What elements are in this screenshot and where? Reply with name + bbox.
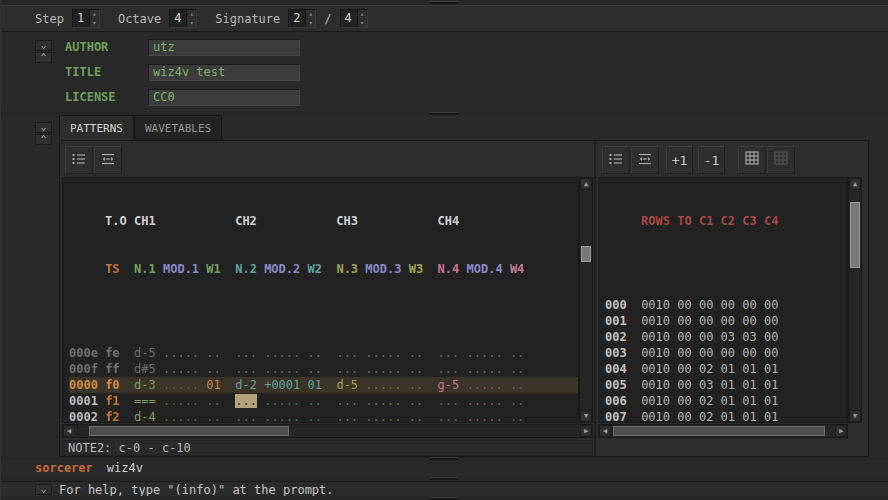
row-number[interactable]: 002 <box>605 330 627 344</box>
pattern-cell[interactable]: .. <box>409 346 423 360</box>
pattern-cell[interactable]: .. <box>510 362 524 376</box>
sequence-add-row-button[interactable]: +1 <box>666 146 693 174</box>
pattern-cell[interactable]: ... <box>438 362 460 376</box>
sequence-cells[interactable]: 0010 00 00 00 00 00 <box>641 314 778 328</box>
pattern-cell[interactable]: ..... <box>365 394 401 408</box>
pattern-vscrollbar[interactable]: ▲ ▼ <box>579 177 593 423</box>
row-number[interactable]: 000e <box>69 346 98 360</box>
pattern-cell[interactable]: .. <box>308 394 322 408</box>
pattern-cell[interactable]: ..... <box>467 410 503 423</box>
pattern-cell[interactable]: ..... <box>163 362 199 376</box>
pattern-cell[interactable]: ..... <box>264 346 300 360</box>
scroll-up-icon[interactable]: ▲ <box>849 178 861 190</box>
spinner-down-icon[interactable]: ▾ <box>90 19 99 28</box>
sequence-cells[interactable]: 0010 00 00 03 03 00 <box>641 330 778 344</box>
pattern-cell[interactable]: f2 <box>105 410 119 423</box>
scroll-left-icon[interactable]: ◀ <box>63 425 75 437</box>
row-number[interactable]: 000 <box>605 298 627 312</box>
spinner-up-icon[interactable]: ▴ <box>306 10 315 19</box>
spinner-down-icon[interactable]: ▾ <box>187 19 196 28</box>
pattern-cell[interactable]: ... <box>235 394 257 408</box>
sequence-row[interactable]: 001 0010 00 00 00 00 00 <box>605 313 847 329</box>
pattern-cell[interactable]: d-3 <box>134 378 156 392</box>
pattern-cell[interactable]: .. <box>308 410 322 423</box>
sash-grip[interactable] <box>430 1 458 4</box>
pattern-cell[interactable]: ..... <box>264 410 300 423</box>
pattern-cell[interactable]: ..... <box>264 362 300 376</box>
sequence-vscrollbar[interactable]: ▲ ▼ <box>848 177 862 423</box>
pattern-cell[interactable]: ff <box>105 362 119 376</box>
console-panel[interactable]: ⌄ For help, type "(info)" at the prompt. <box>1 481 888 496</box>
pattern-cell[interactable]: ..... <box>467 362 503 376</box>
signature-denominator-value[interactable]: 4 <box>341 10 357 27</box>
pattern-grid[interactable]: T.O CH1 CH2 CH3 CH4 TS N.1 MOD.1 W1 N.2 … <box>62 177 579 423</box>
pattern-cell[interactable]: 01 <box>308 378 322 392</box>
pattern-cell[interactable]: f0 <box>105 378 119 392</box>
sequence-row[interactable]: 006 0010 00 02 01 01 01 <box>605 393 847 409</box>
pattern-cell[interactable]: .. <box>206 410 220 423</box>
pattern-cell[interactable]: === <box>134 394 156 408</box>
pattern-cell[interactable]: ..... <box>467 394 503 408</box>
scrollbar-thumb[interactable] <box>850 202 860 268</box>
sequence-row[interactable]: 002 0010 00 00 03 03 00 <box>605 329 847 345</box>
pattern-cell[interactable]: .. <box>206 394 220 408</box>
pattern-cell[interactable]: ..... <box>467 378 503 392</box>
pattern-cell[interactable]: .. <box>409 394 423 408</box>
license-input[interactable] <box>148 89 300 106</box>
pattern-cell[interactable]: ... <box>336 394 358 408</box>
row-number[interactable]: 0001 <box>69 394 98 408</box>
chevron-up-icon[interactable]: ⌃ <box>35 134 52 145</box>
pattern-cell[interactable]: fe <box>105 346 119 360</box>
pattern-cell[interactable]: .. <box>409 362 423 376</box>
pattern-cell[interactable]: .. <box>409 378 423 392</box>
pattern-cell[interactable]: ... <box>438 394 460 408</box>
pattern-cell[interactable]: ..... <box>467 346 503 360</box>
sequence-row[interactable]: 007 0010 00 02 01 01 01 <box>605 409 847 423</box>
pattern-cell[interactable]: .. <box>409 410 423 423</box>
sequence-row[interactable]: 005 0010 00 03 01 01 01 <box>605 377 847 393</box>
sequence-expand-view-button[interactable] <box>631 146 659 174</box>
pattern-cell[interactable]: d-4 <box>134 410 156 423</box>
scrollbar-thumb[interactable] <box>581 246 591 262</box>
pattern-cell[interactable]: ... <box>336 362 358 376</box>
scrollbar-thumb[interactable] <box>613 426 825 436</box>
sequence-remove-row-button[interactable]: -1 <box>698 146 725 174</box>
spinner-down-icon[interactable]: ▾ <box>306 19 315 28</box>
pattern-cell[interactable]: ..... <box>163 378 199 392</box>
sequence-matrix-view-button[interactable] <box>738 146 766 174</box>
pattern-cell[interactable]: .. <box>206 362 220 376</box>
chevron-down-icon[interactable]: ⌄ <box>35 484 52 495</box>
pattern-cell[interactable]: ... <box>438 410 460 423</box>
sequence-row[interactable]: 004 0010 00 02 01 01 01 <box>605 361 847 377</box>
sequence-cells[interactable]: 0010 00 02 01 01 01 <box>641 394 778 408</box>
sequence-cells[interactable]: 0010 00 00 00 00 00 <box>641 346 778 360</box>
sequence-row[interactable]: 003 0010 00 00 00 00 00 <box>605 345 847 361</box>
pattern-cell[interactable]: ..... <box>365 346 401 360</box>
pattern-cell[interactable]: ... <box>235 346 257 360</box>
pattern-row[interactable]: 0000 f0 d-3 ..... 01 d-2 +0001 01 d-5 ..… <box>69 377 578 393</box>
pattern-cell[interactable]: d-5 <box>134 346 156 360</box>
scroll-right-icon[interactable]: ▶ <box>580 425 592 437</box>
spinner-up-icon[interactable]: ▴ <box>187 10 196 19</box>
sash-grip[interactable] <box>430 477 458 480</box>
pattern-cell[interactable]: ... <box>235 362 257 376</box>
spinner-up-icon[interactable]: ▴ <box>358 10 367 19</box>
scroll-left-icon[interactable]: ◀ <box>599 425 611 437</box>
sequence-cells[interactable]: 0010 00 02 01 01 01 <box>641 362 778 376</box>
sequence-matrix-view-disabled-button[interactable] <box>767 146 795 174</box>
octave-value[interactable]: 4 <box>170 10 186 27</box>
pattern-cell[interactable]: ..... <box>163 394 199 408</box>
sequence-row[interactable]: 000 0010 00 00 00 00 00 <box>605 297 847 313</box>
scroll-right-icon[interactable]: ▶ <box>835 425 847 437</box>
scroll-up-icon[interactable]: ▲ <box>580 178 592 190</box>
scrollbar-track[interactable] <box>580 190 592 410</box>
sequence-hscrollbar[interactable]: ◀ ▶ <box>598 424 848 438</box>
signature-denominator-spinbox[interactable]: 4 ▴ ▾ <box>340 9 368 28</box>
row-number[interactable]: 003 <box>605 346 627 360</box>
pattern-cell[interactable]: ..... <box>163 346 199 360</box>
scrollbar-thumb[interactable] <box>89 426 289 436</box>
pattern-cell[interactable]: ..... <box>163 410 199 423</box>
chevron-down-icon[interactable]: ⌄ <box>35 122 52 133</box>
pattern-cell[interactable]: ..... <box>365 410 401 423</box>
pattern-cell[interactable]: ..... <box>264 394 300 408</box>
